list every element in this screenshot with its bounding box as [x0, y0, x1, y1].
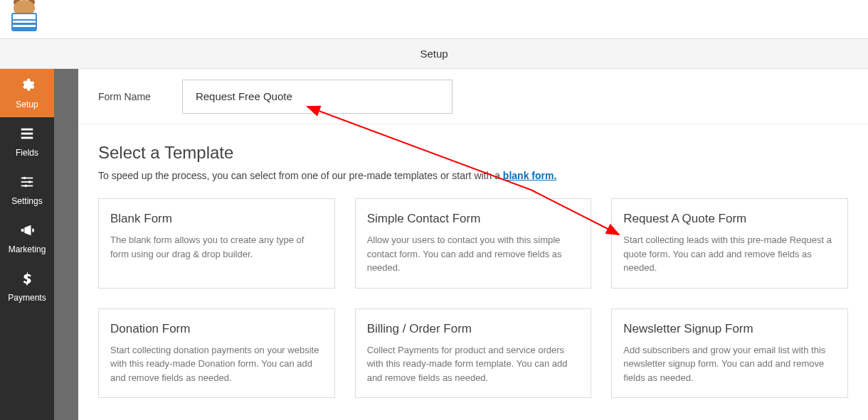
main-content: Form Name Select a Template To speed up … [78, 69, 868, 420]
card-desc: The blank form allows you to create any … [110, 233, 323, 261]
form-name-input[interactable] [182, 80, 452, 114]
card-title: Simple Contact Form [367, 212, 580, 226]
sidebar-item-payments[interactable]: Payments [0, 262, 54, 311]
sidebar-item-marketing[interactable]: Marketing [0, 214, 54, 262]
blank-form-link[interactable]: blank form. [503, 170, 556, 181]
card-billing-order-form[interactable]: Billing / Order Form Collect Payments fo… [355, 308, 592, 399]
wpforms-logo [7, 0, 41, 34]
sidebar-item-setup[interactable]: Setup [0, 69, 54, 117]
card-title: Request A Quote Form [623, 212, 836, 226]
top-logo-bar [0, 0, 868, 39]
sidebar-label: Fields [16, 148, 38, 158]
card-desc: Collect Payments for product and service… [367, 343, 580, 385]
form-name-panel: Form Name [78, 69, 868, 124]
svg-point-8 [24, 184, 27, 187]
card-request-quote-form[interactable]: Request A Quote Form Start collecting le… [611, 198, 848, 289]
svg-rect-5 [21, 181, 33, 183]
left-sidebar: Setup Fields Settings Marketing Payments [0, 69, 54, 420]
sidebar-item-fields[interactable]: Fields [0, 117, 54, 166]
dollar-icon [19, 271, 35, 289]
card-desc: Allow your users to contact you with thi… [367, 233, 580, 275]
list-icon [19, 126, 35, 144]
svg-rect-2 [21, 136, 33, 139]
svg-rect-3 [21, 177, 33, 178]
svg-rect-0 [21, 128, 33, 130]
svg-rect-1 [21, 132, 33, 134]
template-subtitle-text: To speed up the process, you can select … [98, 170, 503, 181]
sidebar-label: Setup [16, 99, 38, 109]
card-simple-contact-form[interactable]: Simple Contact Form Allow your users to … [355, 198, 592, 289]
sliders-icon [19, 174, 35, 192]
tab-setup[interactable]: Setup [420, 48, 448, 60]
card-donation-form[interactable]: Donation Form Start collecting donation … [98, 308, 335, 399]
template-subtitle: To speed up the process, you can select … [98, 170, 848, 181]
sidebar-label: Settings [11, 196, 42, 206]
card-blank-form[interactable]: Blank Form The blank form allows you to … [98, 198, 335, 289]
sidebar-label: Marketing [9, 244, 46, 254]
template-title: Select a Template [98, 143, 848, 163]
card-title: Billing / Order Form [367, 322, 580, 336]
sidebar-item-settings[interactable]: Settings [0, 166, 54, 214]
card-title: Newsletter Signup Form [623, 322, 836, 336]
template-cards: Blank Form The blank form allows you to … [98, 198, 848, 398]
gear-icon [19, 77, 35, 95]
card-title: Donation Form [110, 322, 323, 336]
card-desc: Start collecting leads with this pre-mad… [623, 233, 836, 275]
card-desc: Add subscribers and grow your email list… [623, 343, 836, 385]
gray-margin [54, 69, 78, 420]
card-newsletter-signup-form[interactable]: Newsletter Signup Form Add subscribers a… [611, 308, 848, 399]
template-section: Select a Template To speed up the proces… [78, 124, 868, 398]
sidebar-label: Payments [8, 293, 46, 303]
svg-point-6 [28, 181, 31, 183]
form-name-label: Form Name [98, 91, 151, 102]
card-desc: Start collecting donation payments on yo… [110, 343, 323, 385]
tab-bar: Setup [0, 39, 868, 69]
svg-point-4 [23, 176, 26, 179]
card-title: Blank Form [110, 212, 323, 226]
bullhorn-icon [19, 222, 35, 240]
